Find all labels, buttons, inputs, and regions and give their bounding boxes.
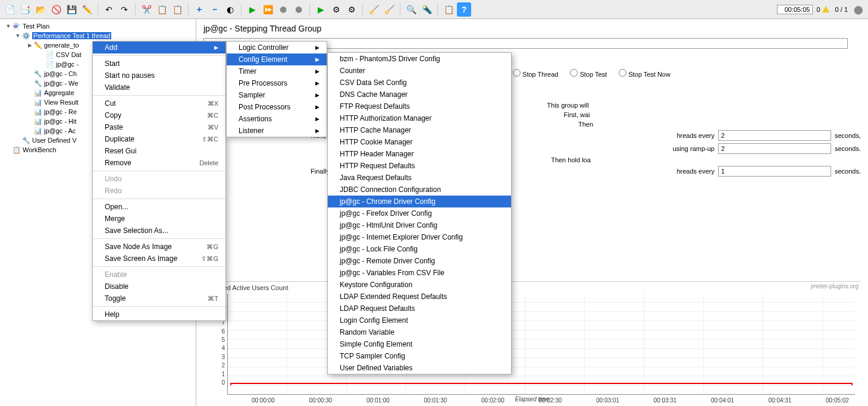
rampup-input[interactable] <box>718 143 831 154</box>
edit-icon[interactable]: ✏️ <box>80 2 94 17</box>
menu-item[interactable]: Save Node As Image⌘G <box>93 241 225 253</box>
stop-icon[interactable]: ⬢ <box>276 2 290 17</box>
menu-item[interactable]: TCP Sampler Config <box>328 350 511 362</box>
radio-stop-test-now[interactable]: Stop Test Now <box>619 69 670 78</box>
menu-item[interactable]: Save Selection As... <box>93 225 225 237</box>
search-icon[interactable]: 🔍 <box>404 2 418 17</box>
menu-item[interactable]: jp@gc - HtmlUnit Driver Config <box>328 219 511 231</box>
menu-item[interactable]: Enable <box>93 269 225 281</box>
paste-icon[interactable]: 📋 <box>170 2 184 17</box>
config-element-submenu[interactable]: bzm - PhantomJS Driver ConfigCounterCSV … <box>327 52 512 374</box>
add-submenu[interactable]: Logic Controller▶Config Element▶Timer▶Pr… <box>226 41 327 137</box>
open-icon[interactable]: 📂 <box>33 2 48 17</box>
menu-item[interactable]: Validate <box>93 81 225 93</box>
clear-icon[interactable]: 🧹 <box>366 2 381 17</box>
toggle-icon[interactable]: ◐ <box>223 2 237 17</box>
menu-item[interactable]: Pre Processors▶ <box>227 77 327 89</box>
redo-icon[interactable]: ↷ <box>117 2 131 17</box>
menu-item[interactable]: jp@gc - Remote Driver Config <box>328 255 511 267</box>
menu-item[interactable]: Merge <box>93 213 225 225</box>
menu-item[interactable]: RemoveDelete <box>93 157 225 169</box>
remote-start-icon[interactable]: ▶ <box>314 2 328 17</box>
menu-item[interactable]: JDBC Connection Configuration <box>328 184 511 196</box>
menu-item[interactable]: jp@gc - Firefox Driver Config <box>328 207 511 219</box>
radio-stop-test[interactable]: Stop Test <box>570 69 607 78</box>
menu-item[interactable]: HTTP Header Manager <box>328 148 511 160</box>
wrench-icon: 🔧 <box>33 78 43 88</box>
menu-item[interactable]: Start <box>93 58 225 70</box>
menu-item[interactable]: Open... <box>93 201 225 213</box>
finally-threads-input[interactable] <box>718 166 831 177</box>
menu-item[interactable]: Config Element▶ <box>227 53 327 65</box>
next-threads-input[interactable] <box>718 130 831 141</box>
menu-item[interactable]: LDAP Extended Request Defaults <box>328 291 511 303</box>
menu-item[interactable]: Disable <box>93 281 225 292</box>
new-icon[interactable]: 📄 <box>2 2 17 17</box>
menu-item[interactable]: jp@gc - Variables From CSV File <box>328 267 511 279</box>
tree-thread-group[interactable]: ▼⚙️Performance Test 1 thread <box>0 31 196 40</box>
menu-item[interactable]: jp@gc - Chrome Driver Config <box>328 196 511 207</box>
shutdown-icon[interactable]: ⬢ <box>292 2 306 17</box>
chart-icon: 📊 <box>33 107 43 117</box>
context-menu[interactable]: Add▶StartStart no pausesValidateCut⌘XCop… <box>92 41 226 321</box>
chart-icon: 📊 <box>33 126 43 136</box>
menu-item[interactable]: Sampler▶ <box>227 89 327 101</box>
menu-item[interactable]: Duplicate⇧⌘C <box>93 133 225 145</box>
menu-item[interactable]: Help <box>93 309 225 320</box>
start-nopause-icon[interactable]: ⏩ <box>261 2 275 17</box>
menu-item[interactable]: Java Request Defaults <box>328 172 511 184</box>
menu-item[interactable]: Start no pauses <box>93 70 225 81</box>
radio-stop-thread[interactable]: Stop Thread <box>513 69 558 78</box>
menu-item[interactable]: Login Config Element <box>328 314 511 326</box>
menu-item[interactable]: Save Screen As Image⇧⌘G <box>93 253 225 265</box>
menu-item[interactable]: jp@gc - Lock File Config <box>328 243 511 255</box>
menu-item[interactable]: Undo <box>93 173 225 185</box>
menu-item[interactable]: jp@gc - Internet Explorer Driver Config <box>328 231 511 243</box>
menu-item[interactable]: Logic Controller▶ <box>227 42 327 53</box>
start-icon[interactable]: ▶ <box>245 2 259 17</box>
tree-root[interactable]: ▼⚗️Test Plan <box>0 21 196 31</box>
running-indicator-icon: ⬤ <box>851 2 866 17</box>
chart-link[interactable]: jmeter-plugins.org <box>811 283 858 289</box>
menu-item[interactable]: CSV Data Set Config <box>328 77 511 89</box>
copy-icon[interactable]: 📋 <box>155 2 169 17</box>
menu-item[interactable]: HTTP Request Defaults <box>328 160 511 172</box>
menu-item[interactable]: Assertions▶ <box>227 113 327 125</box>
menu-item[interactable]: Reset Gui <box>93 145 225 157</box>
expand-icon[interactable]: ＋ <box>192 2 206 17</box>
menu-item[interactable]: Simple Config Element <box>328 338 511 350</box>
menu-item[interactable]: bzm - PhantomJS Driver Config <box>328 53 511 65</box>
menu-item[interactable]: DNS Cache Manager <box>328 89 511 100</box>
menu-item[interactable]: Redo <box>93 185 225 197</box>
save-icon[interactable]: 💾 <box>64 2 79 17</box>
menu-item[interactable]: Keystore Configuration <box>328 279 511 291</box>
sampler-error-action: Stop Thread Stop Test Stop Test Now <box>513 69 861 78</box>
menu-item[interactable]: Listener▶ <box>227 125 327 137</box>
menu-item[interactable]: Cut⌘X <box>93 97 225 109</box>
reset-search-icon[interactable]: 🔦 <box>419 2 434 17</box>
menu-item[interactable]: LDAP Request Defaults <box>328 303 511 314</box>
help-icon[interactable]: ? <box>457 2 471 17</box>
menu-item[interactable]: Copy⌘C <box>93 109 225 121</box>
menu-item[interactable]: HTTP Cookie Manager <box>328 136 511 148</box>
remote-start-all-icon[interactable]: ⚙ <box>329 2 343 17</box>
menu-item[interactable]: Timer▶ <box>227 65 327 77</box>
menu-item[interactable]: HTTP Authorization Manager <box>328 112 511 124</box>
clear-all-icon[interactable]: 🧹 <box>382 2 396 17</box>
templates-icon[interactable]: 📑 <box>18 2 32 17</box>
undo-icon[interactable]: ↶ <box>102 2 116 17</box>
menu-item[interactable]: Paste⌘V <box>93 121 225 133</box>
collapse-icon[interactable]: － <box>208 2 222 17</box>
remote-stop-icon[interactable]: ⚙ <box>344 2 359 17</box>
menu-item[interactable]: User Defined Variables <box>328 362 511 374</box>
menu-item[interactable]: Post Processors▶ <box>227 101 327 113</box>
menu-item[interactable]: Add▶ <box>93 42 225 53</box>
menu-item[interactable]: Counter <box>328 65 511 77</box>
menu-item[interactable]: Random Variable <box>328 326 511 338</box>
menu-item[interactable]: HTTP Cache Manager <box>328 124 511 136</box>
close-icon[interactable]: 🚫 <box>49 2 63 17</box>
menu-item[interactable]: FTP Request Defaults <box>328 100 511 112</box>
menu-item[interactable]: Toggle⌘T <box>93 292 225 304</box>
cut-icon[interactable]: ✂️ <box>139 2 153 17</box>
function-helper-icon[interactable]: 📋 <box>441 2 456 17</box>
